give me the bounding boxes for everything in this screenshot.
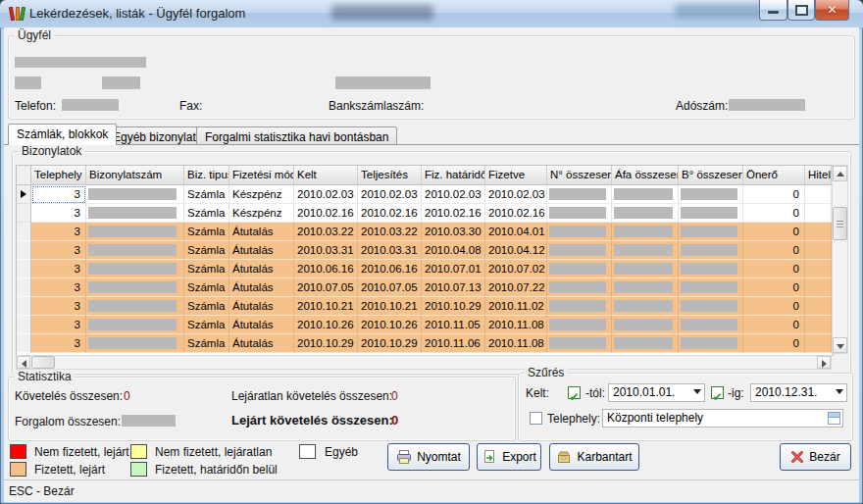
table-row[interactable]: 3SzámlaÁtutalás2010.03.312010.03.312010.… [17,241,833,260]
grid-header-teljesites[interactable]: Teljesítés [358,166,422,185]
grid-header-bo_osszesen[interactable]: B° összesen [679,166,743,185]
cell-bizonylatszam[interactable] [86,241,184,260]
grid-header-selector[interactable] [17,166,31,185]
export-button[interactable]: Export [477,443,541,471]
row-selector-cell[interactable] [17,223,31,241]
cell-biz-tipus[interactable]: Számla [184,297,229,316]
table-row[interactable]: 3SzámlaKészpénz2010.02.032010.02.032010.… [17,185,833,204]
row-selector-cell[interactable] [17,241,31,260]
grid-header-biz_tipus[interactable]: Biz. tipus [184,166,229,185]
cell-fiz-hatarido[interactable]: 2010.02.03 [422,185,485,204]
cell-fizetve[interactable]: 2010.04.01 [485,223,547,241]
cell-hitel[interactable] [805,260,832,278]
cell-biz-tipus[interactable]: Számla [184,223,229,241]
cell-fizetve[interactable]: 2010.04.12 [485,241,547,260]
cell-kelt[interactable]: 2010.02.03 [294,185,358,204]
cell-no-osszesen[interactable] [547,185,612,204]
cell-telephely-id[interactable]: 3 [31,297,86,316]
cell-afa-osszesen[interactable] [612,278,679,297]
cell-afa-osszesen[interactable] [612,223,679,241]
cell-biz-tipus[interactable]: Számla [184,241,229,260]
cell-fizetesi-mod[interactable]: Átutalás [229,334,294,353]
cell-hitel[interactable] [805,241,832,260]
row-selector-cell[interactable] [17,297,31,316]
cell-afa-osszesen[interactable] [612,185,679,204]
titlebar[interactable]: Lekérdezések, listák - Ügyfél forgalom ✕ [0,0,863,28]
cell-onero[interactable]: 0 [743,334,805,353]
cell-teljesites[interactable]: 2010.10.21 [358,297,422,316]
cell-bizonylatszam[interactable] [86,185,184,204]
print-button[interactable]: Nyomtat [387,443,470,471]
row-selector-cell[interactable] [17,260,31,278]
cell-bo-osszesen[interactable] [679,278,743,297]
cell-hitel[interactable] [805,316,832,334]
cell-kelt[interactable]: 2010.03.22 [294,223,358,241]
cell-biz-tipus[interactable]: Számla [184,278,229,297]
cell-fiz-hatarido[interactable]: 2010.02.16 [422,204,485,223]
cell-no-osszesen[interactable] [547,316,612,334]
maintain-button[interactable]: Karbantart [549,443,639,471]
grid-header-fizetve[interactable]: Fizetve [485,166,547,185]
cell-teljesites[interactable]: 2010.03.31 [358,241,422,260]
table-row[interactable]: 3SzámlaÁtutalás2010.06.162010.06.162010.… [17,260,833,278]
cell-bo-osszesen[interactable] [679,297,743,316]
cell-fizetesi-mod[interactable]: Átutalás [229,316,294,334]
cell-onero[interactable]: 0 [743,204,805,223]
close-button[interactable]: ✕ [815,0,849,21]
grid-vertical-scrollbar[interactable] [832,165,848,354]
cell-onero[interactable]: 0 [743,223,805,241]
cell-fizetesi-mod[interactable]: Készpénz [229,185,294,204]
row-selector-cell[interactable] [17,278,31,297]
cell-hitel[interactable] [805,223,832,241]
cell-fizetesi-mod[interactable]: Átutalás [229,260,294,278]
date-from-select[interactable]: 2010.01.01. [608,383,705,402]
cell-bo-osszesen[interactable] [679,316,743,334]
telephely-select[interactable]: Központi telephely [602,409,843,428]
cell-fizetve[interactable]: 2010.02.16 [485,204,547,223]
cell-fizetve[interactable]: 2010.07.22 [485,278,547,297]
cell-fizetesi-mod[interactable]: Átutalás [229,223,294,241]
cell-fizetesi-mod[interactable]: Átutalás [229,241,294,260]
cell-biz-tipus[interactable]: Számla [184,185,229,204]
tab-szamlak-blokkok[interactable]: Számlák, blokkok [8,124,117,145]
cell-fizetesi-mod[interactable]: Készpénz [229,204,294,223]
cell-onero[interactable]: 0 [743,278,805,297]
cell-biz-tipus[interactable]: Számla [184,204,229,223]
cell-afa-osszesen[interactable] [612,334,679,353]
scroll-up-button[interactable] [833,166,847,181]
row-selector-cell[interactable] [17,334,31,353]
table-row[interactable]: 3SzámlaÁtutalás2010.10.292010.10.292010.… [17,334,833,353]
cell-afa-osszesen[interactable] [612,260,679,278]
tab-forgalmi-statisztika[interactable]: Forgalmi statisztika havi bontásban [196,126,397,145]
cell-no-osszesen[interactable] [547,334,612,353]
cell-teljesites[interactable]: 2010.10.29 [358,334,422,353]
cell-bizonylatszam[interactable] [86,260,184,278]
cell-fizetve[interactable]: 2010.11.08 [485,316,547,334]
scroll-down-button[interactable] [833,337,847,353]
cell-fizetve[interactable]: 2010.11.08 [485,334,547,353]
table-row[interactable]: 3SzámlaKészpénz2010.02.162010.02.162010.… [17,204,833,223]
cell-bizonylatszam[interactable] [86,297,184,316]
cell-teljesites[interactable]: 2010.07.05 [358,278,422,297]
cell-onero[interactable]: 0 [743,316,805,334]
cell-teljesites[interactable]: 2010.02.03 [358,185,422,204]
scroll-left-button[interactable] [17,356,30,369]
cell-biz-tipus[interactable]: Számla [184,260,229,278]
date-to-select[interactable]: 2010.12.31. [750,383,847,402]
cell-no-osszesen[interactable] [547,204,612,223]
documents-grid[interactable]: Telephely IDBizonylatszámBiz. tipusFizet… [16,165,834,356]
table-row[interactable]: 3SzámlaÁtutalás2010.10.212010.10.212010.… [17,297,833,316]
grid-header-fiz_hatarido[interactable]: Fiz. határidő [422,166,485,185]
cell-teljesites[interactable]: 2010.06.16 [358,260,422,278]
cell-fizetve[interactable]: 2010.02.03 [485,185,547,204]
row-selector-cell[interactable] [17,316,31,334]
row-selector-cell[interactable] [17,185,31,204]
cell-telephely-id[interactable]: 3 [31,278,86,297]
telephely-checkbox[interactable] [530,412,542,425]
cell-bizonylatszam[interactable] [86,316,184,334]
cell-teljesites[interactable]: 2010.03.22 [358,223,422,241]
cell-onero[interactable]: 0 [743,241,805,260]
cell-fiz-hatarido[interactable]: 2010.03.30 [422,223,485,241]
cell-hitel[interactable] [805,334,832,353]
cell-no-osszesen[interactable] [547,278,612,297]
